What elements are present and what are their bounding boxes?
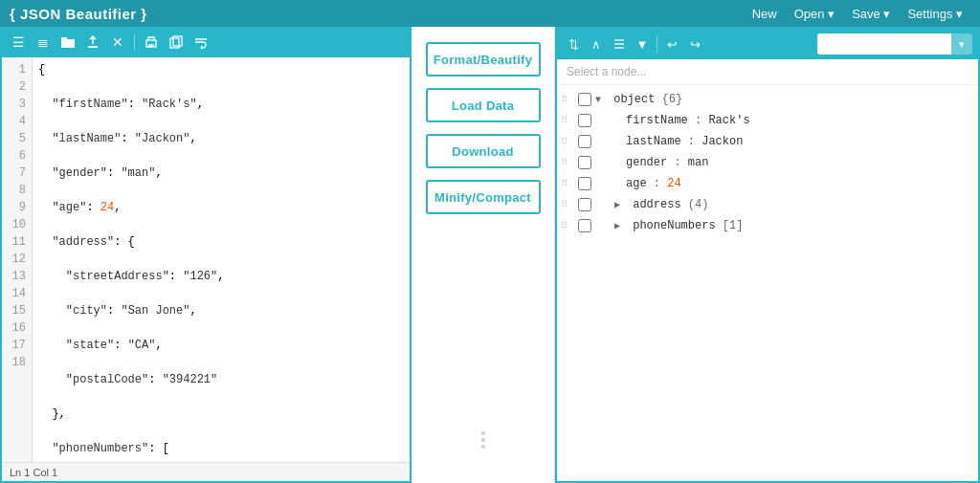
tree-node-value: Rack's (708, 114, 749, 127)
tree-node-key: address (626, 198, 681, 211)
expand-arrow (614, 116, 626, 126)
tree-checkbox[interactable] (578, 156, 591, 169)
tree-toolbar-sep (657, 35, 657, 53)
expand-arrow (614, 158, 626, 168)
tree-node-value: man (688, 156, 709, 169)
tree-node-key: firstName (626, 114, 688, 127)
expand-arrow[interactable]: ▼ (595, 95, 607, 105)
format-beautify-button[interactable]: Format/Beautify (426, 42, 541, 77)
drag-handle[interactable]: ⠿ (561, 199, 574, 210)
columns-icon[interactable] (609, 33, 630, 55)
expand-arrow (614, 137, 626, 147)
drag-handle[interactable]: ⠿ (561, 136, 574, 147)
drag-handle[interactable]: ⠿ (561, 178, 574, 189)
svg-rect-0 (88, 46, 98, 48)
editor-status: Ln 1 Col 1 (2, 462, 410, 481)
tree-row: ⠿ lastName : Jackon (557, 131, 978, 152)
tree-panel: ⇅ ∧ ▼ ↩ ↪ ▾ Select a node... ⠿ ▼ object (555, 27, 980, 483)
cursor-position: Ln 1 Col 1 (10, 467, 57, 478)
new-button[interactable]: New (745, 5, 785, 23)
editor-toolbar: ☰ ≣ ✕ (2, 27, 410, 57)
tree-checkbox[interactable] (578, 177, 591, 190)
expand-arrow[interactable]: ▶ (614, 199, 626, 210)
sort-ascending-icon[interactable]: ⇅ (563, 33, 584, 55)
tree-separator: : (667, 156, 688, 169)
tree-search-button[interactable]: ▾ (951, 33, 972, 55)
upload-icon[interactable] (82, 32, 103, 53)
tree-separator: : (681, 135, 702, 148)
tree-row: ⠿ age : 24 (557, 173, 978, 194)
tree-node-key: phoneNumbers (626, 219, 716, 232)
tree-row: ⠿ ▶ phoneNumbers [1] (557, 215, 978, 236)
tree-select-node-label: Select a node... (557, 59, 978, 85)
app-title: { JSON Beautifier } (10, 6, 147, 22)
tree-checkbox[interactable] (578, 93, 591, 106)
tree-toolbar: ⇅ ∧ ▼ ↩ ↪ ▾ (557, 29, 978, 59)
svg-rect-1 (146, 40, 156, 47)
tree-node-key: object (607, 93, 655, 106)
drag-handle[interactable]: ⠿ (561, 115, 574, 126)
tree-row: ⠿ ▶ address (4) (557, 194, 978, 215)
open-button[interactable]: Open ▾ (787, 5, 842, 23)
line-numbers: 12345 678910 1112131415 161718 (2, 57, 33, 462)
divider-dots (481, 431, 485, 449)
load-data-button[interactable]: Load Data (426, 88, 541, 122)
drag-handle[interactable]: ⠿ (561, 94, 574, 105)
tree-checkbox[interactable] (578, 219, 591, 232)
tree-node-value: Jackon (702, 135, 743, 148)
collapse-icon[interactable]: ∧ (586, 33, 607, 55)
minify-compact-button[interactable]: Minify/Compact (426, 180, 541, 214)
tree-row: ⠿ ▼ object {6} (557, 89, 978, 110)
tree-node-key: lastName (626, 135, 681, 148)
code-editor[interactable]: { "firstName": "Rack's", "lastName": "Ja… (33, 57, 410, 462)
expand-arrow (614, 179, 626, 189)
tree-node-type: (4) (681, 198, 709, 211)
tree-row: ⠿ firstName : Rack's (557, 110, 978, 131)
middle-panel: Format/Beautify Load Data Download Minif… (412, 27, 555, 483)
tree-node-type: {6} (655, 93, 682, 106)
settings-button[interactable]: Settings ▾ (900, 5, 970, 23)
tree-node-key: gender (626, 156, 667, 169)
tree-row: ⠿ gender : man (557, 152, 978, 173)
tree-node-type: [1] (716, 219, 744, 232)
tree-separator: : (647, 177, 668, 190)
editor-panel: ☰ ≣ ✕ 12345 678910 11121 (0, 27, 412, 483)
print-icon[interactable] (141, 32, 162, 53)
drag-handle[interactable]: ⠿ (561, 220, 574, 231)
header: { JSON Beautifier } New Open ▾ Save ▾ Se… (0, 0, 980, 27)
tree-search: ▾ (817, 33, 972, 55)
main-container: ☰ ≣ ✕ 12345 678910 11121 (0, 27, 980, 483)
download-button[interactable]: Download (426, 134, 541, 168)
drag-handle[interactable]: ⠿ (561, 157, 574, 168)
tree-checkbox[interactable] (578, 198, 591, 211)
list-icon[interactable]: ≣ (33, 32, 54, 53)
undo-icon[interactable]: ↩ (661, 33, 682, 55)
copy-icon[interactable] (166, 32, 187, 53)
folder-icon[interactable] (57, 32, 78, 53)
tree-search-input[interactable] (817, 33, 951, 55)
filter-icon[interactable]: ▼ (632, 33, 653, 55)
tree-checkbox[interactable] (578, 114, 591, 127)
redo-icon[interactable]: ↪ (684, 33, 705, 55)
save-button[interactable]: Save ▾ (844, 5, 898, 23)
tree-checkbox[interactable] (578, 135, 591, 148)
tree-separator: : (688, 114, 709, 127)
wrap-icon[interactable] (190, 32, 212, 53)
close-icon[interactable]: ✕ (107, 32, 128, 53)
tree-node-key: age (626, 177, 647, 190)
tree-content: ⠿ ▼ object {6} ⠿ firstName : Rack's ⠿ (557, 85, 978, 481)
editor-content: 12345 678910 1112131415 161718 { "firstN… (2, 57, 410, 462)
header-nav: New Open ▾ Save ▾ Settings ▾ (745, 5, 970, 23)
tree-node-value: 24 (667, 177, 680, 190)
expand-arrow[interactable]: ▶ (614, 220, 626, 231)
menu-icon[interactable]: ☰ (8, 32, 29, 53)
toolbar-separator-1 (134, 33, 135, 51)
